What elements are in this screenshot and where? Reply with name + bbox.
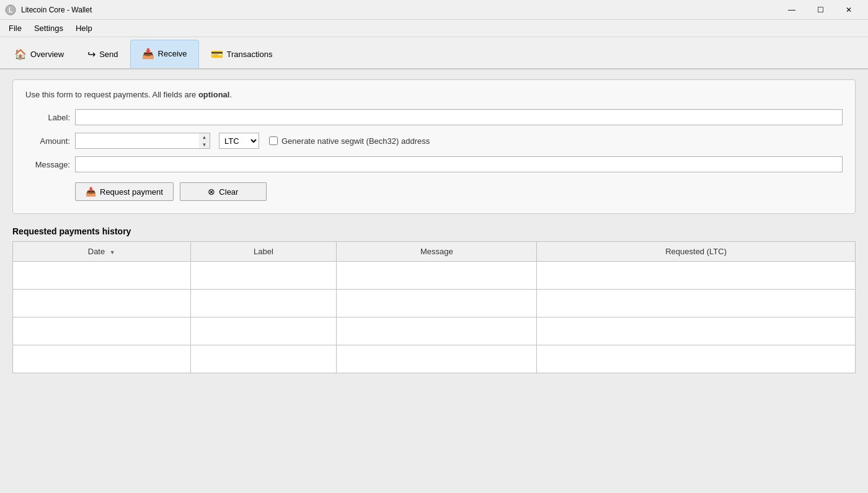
empty-cell (190, 318, 337, 345)
amount-input-wrap: ▲ ▼ (75, 133, 210, 149)
label-row: Label: (25, 109, 843, 125)
svg-text:L: L (9, 7, 12, 14)
empty-cell (13, 262, 191, 290)
close-button[interactable]: ✕ (835, 0, 863, 20)
clear-icon: ⊗ (208, 187, 215, 197)
segwit-row: Generate native segwit (Bech32) address (269, 136, 430, 146)
col-message: Message (337, 242, 537, 262)
segwit-checkbox[interactable] (269, 136, 278, 145)
clear-button[interactable]: ⊗ Clear (180, 182, 267, 201)
message-row: Message: (25, 156, 843, 172)
menu-help[interactable]: Help (69, 21, 99, 35)
history-section: Requested payments history Date ▼ Label … (12, 226, 856, 483)
empty-cell (190, 345, 337, 373)
empty-cell (337, 290, 537, 318)
send-icon: ↪ (87, 48, 95, 60)
tab-send[interactable]: ↪ Send (76, 40, 130, 68)
amount-row: Amount: ▲ ▼ LTC mLTC BTC Generate native… (25, 133, 843, 149)
empty-row-2 (13, 290, 856, 318)
btn-row: 📥 Request payment ⊗ Clear (75, 182, 843, 201)
history-table-body (13, 262, 856, 373)
empty-cell (337, 318, 537, 345)
request-payment-label: Request payment (100, 187, 163, 197)
menu-file[interactable]: File (2, 21, 28, 35)
col-date-label: Date (88, 247, 105, 256)
app-icon: L (5, 4, 16, 16)
empty-row-1 (13, 262, 856, 290)
tab-receive-label: Receive (158, 49, 187, 58)
tab-overview[interactable]: 🏠 Overview (2, 40, 76, 68)
col-label-text: Label (254, 247, 273, 256)
currency-select[interactable]: LTC mLTC BTC (219, 133, 259, 149)
empty-cell (190, 262, 337, 290)
spinner-down[interactable]: ▼ (199, 141, 210, 148)
receive-icon: 📥 (142, 48, 154, 60)
main-content: Use this form to request payments. All f… (0, 69, 868, 493)
history-table: Date ▼ Label Message Requested (LTC) (12, 241, 856, 373)
empty-cell (537, 345, 856, 373)
window-controls: — ☐ ✕ (777, 0, 863, 20)
menubar: File Settings Help (0, 20, 868, 37)
maximize-button[interactable]: ☐ (806, 0, 835, 20)
request-payment-button[interactable]: 📥 Request payment (75, 182, 174, 201)
form-description: Use this form to request payments. All f… (25, 90, 843, 99)
col-label: Label (190, 242, 337, 262)
label-field-label: Label: (25, 113, 70, 122)
spinner-up[interactable]: ▲ (199, 133, 210, 141)
empty-cell (337, 262, 537, 290)
tab-overview-label: Overview (30, 50, 64, 59)
toolbar: 🏠 Overview ↪ Send 📥 Receive 💳 Transactio… (0, 37, 868, 69)
empty-cell (537, 318, 856, 345)
clear-label: Clear (219, 187, 238, 197)
tab-transactions[interactable]: 💳 Transactions (199, 40, 285, 68)
window-title: Litecoin Core - Wallet (21, 6, 777, 14)
empty-cell (13, 345, 191, 373)
empty-cell (537, 262, 856, 290)
empty-cell (13, 318, 191, 345)
receive-form-panel: Use this form to request payments. All f… (12, 79, 856, 214)
transactions-icon: 💳 (211, 48, 223, 60)
form-description-end: . (229, 90, 232, 99)
titlebar: L Litecoin Core - Wallet — ☐ ✕ (0, 0, 868, 20)
col-message-text: Message (420, 247, 453, 256)
empty-row-4 (13, 345, 856, 373)
col-requested: Requested (LTC) (537, 242, 856, 262)
amount-input[interactable] (75, 133, 199, 149)
col-date: Date ▼ (13, 242, 191, 262)
empty-cell (337, 345, 537, 373)
form-description-text: Use this form to request payments. All f… (25, 90, 198, 99)
history-title: Requested payments history (12, 226, 856, 236)
tab-receive[interactable]: 📥 Receive (130, 40, 199, 68)
empty-cell (13, 290, 191, 318)
segwit-label: Generate native segwit (Bech32) address (281, 136, 430, 146)
col-requested-text: Requested (LTC) (665, 247, 727, 256)
amount-field-label: Amount: (25, 136, 70, 146)
empty-cell (190, 290, 337, 318)
menu-settings[interactable]: Settings (28, 21, 69, 35)
history-header-row: Date ▼ Label Message Requested (LTC) (13, 242, 856, 262)
home-icon: 🏠 (14, 48, 27, 60)
empty-cell (537, 290, 856, 318)
label-input[interactable] (75, 109, 843, 125)
form-description-bold: optional (198, 90, 230, 99)
date-sort-icon: ▼ (110, 249, 115, 255)
empty-row-3 (13, 318, 856, 345)
minimize-button[interactable]: — (777, 0, 806, 20)
request-icon: 📥 (86, 187, 96, 197)
tab-send-label: Send (99, 50, 118, 59)
message-input[interactable] (75, 156, 843, 172)
history-table-head: Date ▼ Label Message Requested (LTC) (13, 242, 856, 262)
spinner-wrap: ▲ ▼ (199, 133, 210, 149)
tab-transactions-label: Transactions (227, 50, 273, 59)
message-field-label: Message: (25, 160, 70, 169)
